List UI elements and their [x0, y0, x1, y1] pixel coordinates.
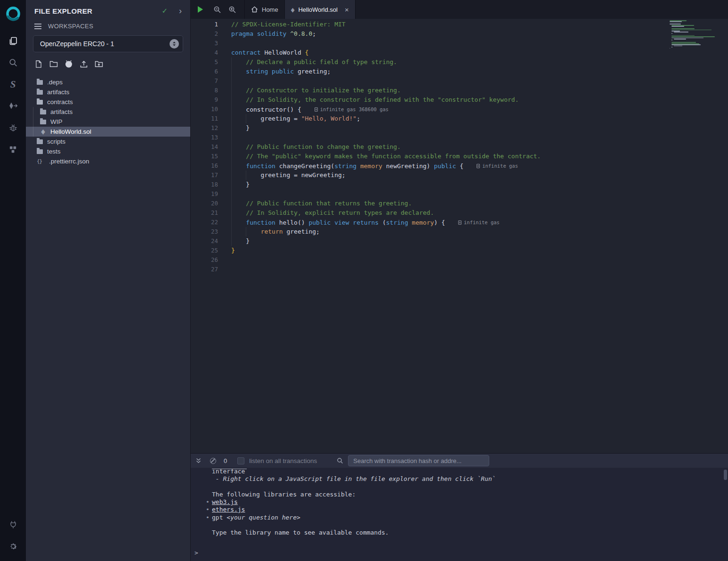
line-number[interactable]: 4	[191, 48, 218, 57]
line-number[interactable]: 7	[191, 76, 218, 86]
tab-home[interactable]: Home	[244, 0, 285, 19]
new-file-icon[interactable]	[33, 59, 43, 69]
code-line[interactable]: 16 function changeGreeting(string memory…	[191, 161, 728, 171]
chevron-right-icon[interactable]: ›	[179, 7, 182, 15]
line-number[interactable]: 13	[191, 133, 218, 142]
code-line[interactable]: 22 function hello() public view returns …	[191, 218, 728, 227]
code-line[interactable]: 4contract HelloWorld {	[191, 48, 728, 57]
line-number[interactable]: 11	[191, 114, 218, 123]
code-line[interactable]: 12 }	[191, 123, 728, 133]
code-line[interactable]: 10 constructor() {infinite gas 368600 ga…	[191, 105, 728, 114]
line-number[interactable]: 10	[191, 105, 218, 114]
github-gist-icon[interactable]	[64, 59, 73, 69]
clear-console-icon[interactable]	[210, 458, 216, 464]
line-number[interactable]: 23	[191, 227, 218, 236]
tree-item-wip[interactable]: WIP	[26, 117, 190, 127]
terminal-scrollbar[interactable]	[724, 470, 727, 480]
file-explorer-icon[interactable]	[0, 30, 26, 52]
code-line[interactable]: 6 string public greeting;	[191, 67, 728, 76]
tree-item-contracts[interactable]: contracts	[26, 97, 190, 107]
solidity-compiler-icon[interactable]: S	[0, 73, 26, 95]
run-script-button[interactable]	[191, 0, 210, 19]
tree-item-tests[interactable]: tests	[26, 146, 190, 156]
terminal-link[interactable]: ethers.js	[212, 506, 245, 513]
terminal-prompt[interactable]: >	[194, 549, 728, 556]
code-line[interactable]: 9 // In Solidity, the constructor is def…	[191, 95, 728, 105]
check-icon[interactable]: ✓	[162, 7, 168, 15]
hamburger-menu-icon[interactable]	[34, 26, 41, 27]
workspace-dropdown-icon[interactable]	[170, 39, 179, 49]
line-number[interactable]: 17	[191, 171, 218, 180]
code-line[interactable]: 21 // In Solidity, explicit return types…	[191, 208, 728, 218]
upload-folder-icon[interactable]	[94, 59, 104, 69]
toggle-terminal-icon[interactable]	[195, 458, 202, 463]
line-number[interactable]: 16	[191, 161, 218, 171]
close-tab-icon[interactable]: ×	[345, 6, 349, 13]
code-line[interactable]: 24 }	[191, 236, 728, 246]
line-number[interactable]: 25	[191, 246, 218, 255]
tree-item--prettierrc-json[interactable]: {}.prettierrc.json	[26, 156, 190, 166]
code-line[interactable]: 26	[191, 255, 728, 265]
gas-estimate-lens[interactable]: infinite gas 368600 gas	[315, 105, 388, 114]
code-line[interactable]: 2pragma solidity ^0.8.0;	[191, 29, 728, 39]
line-number[interactable]: 14	[191, 142, 218, 152]
line-number[interactable]: 21	[191, 208, 218, 218]
minimap[interactable]	[670, 20, 725, 51]
line-number[interactable]: 20	[191, 199, 218, 208]
line-number[interactable]: 24	[191, 236, 218, 246]
line-number[interactable]: 2	[191, 29, 218, 39]
code-line[interactable]: 8 // Constructor to initialize the greet…	[191, 86, 728, 95]
workspace-select[interactable]: OpenZeppelin ERC20 - 1	[33, 35, 183, 52]
line-number[interactable]: 18	[191, 180, 218, 189]
code-line[interactable]: 20 // Public function that returns the g…	[191, 199, 728, 208]
gas-estimate-lens[interactable]: infinite gas	[477, 161, 518, 171]
line-number[interactable]: 8	[191, 86, 218, 95]
gas-estimate-lens[interactable]: infinite gas	[458, 218, 500, 227]
code-line[interactable]: 27	[191, 265, 728, 274]
line-number[interactable]: 26	[191, 255, 218, 265]
tree-item--deps[interactable]: .deps	[26, 77, 190, 87]
zoom-out-icon[interactable]	[210, 0, 225, 19]
zoom-in-icon[interactable]	[225, 0, 240, 19]
code-line[interactable]: 23 return greeting;	[191, 227, 728, 236]
plugin-icon[interactable]	[0, 138, 26, 160]
code-line[interactable]: 14 // Public function to change the gree…	[191, 142, 728, 152]
debugger-icon[interactable]	[0, 117, 26, 138]
code-line[interactable]: 3	[191, 39, 728, 48]
line-number[interactable]: 9	[191, 95, 218, 105]
code-line[interactable]: 25}	[191, 246, 728, 255]
line-number[interactable]: 3	[191, 39, 218, 48]
code-line[interactable]: 13	[191, 133, 728, 142]
remix-logo-icon[interactable]	[4, 6, 22, 24]
code-line[interactable]: 7	[191, 76, 728, 86]
listen-transactions-checkbox[interactable]	[237, 457, 244, 464]
settings-gear-icon[interactable]	[0, 536, 26, 557]
tab-helloworld-sol[interactable]: ◆ HelloWorld.sol ×	[285, 0, 356, 19]
line-number[interactable]: 19	[191, 189, 218, 199]
upload-file-icon[interactable]	[79, 59, 89, 69]
tree-item-scripts[interactable]: scripts	[26, 137, 190, 146]
code-line[interactable]: 18 }	[191, 180, 728, 189]
code-line[interactable]: 11 greeting = "Hello, World!";	[191, 114, 728, 123]
code-line[interactable]: 15 // The "public" keyword makes the fun…	[191, 152, 728, 161]
deploy-run-icon[interactable]	[0, 95, 26, 117]
code-line[interactable]: 5 // Declare a public field of type stri…	[191, 57, 728, 67]
terminal-search-input[interactable]	[348, 455, 489, 466]
plugin-manager-icon[interactable]	[0, 514, 26, 536]
new-folder-icon[interactable]	[49, 59, 58, 69]
tree-item-helloworld-sol[interactable]: ◆HelloWorld.sol	[26, 127, 190, 137]
search-icon[interactable]	[0, 52, 26, 73]
terminal-link[interactable]: web3.js	[212, 498, 238, 505]
line-number[interactable]: 1	[191, 20, 218, 29]
line-number[interactable]: 22	[191, 218, 218, 227]
line-number[interactable]: 6	[191, 67, 218, 76]
line-number[interactable]: 12	[191, 123, 218, 133]
code-editor[interactable]: 1// SPDX-License-Identifier: MIT2pragma …	[191, 19, 728, 453]
tree-item-artifacts[interactable]: artifacts	[26, 107, 190, 117]
line-number[interactable]: 15	[191, 152, 218, 161]
line-number[interactable]: 27	[191, 265, 218, 274]
code-line[interactable]: 17 greeting = newGreeting;	[191, 171, 728, 180]
code-line[interactable]: 1// SPDX-License-Identifier: MIT	[191, 20, 728, 29]
code-line[interactable]: 19	[191, 189, 728, 199]
tree-item-artifacts[interactable]: artifacts	[26, 87, 190, 97]
